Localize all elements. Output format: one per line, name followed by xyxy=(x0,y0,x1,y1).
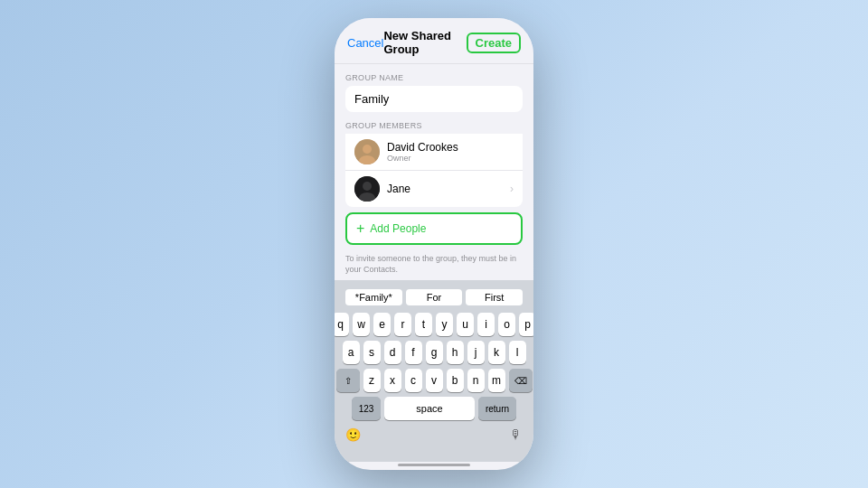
key-k[interactable]: k xyxy=(488,341,505,364)
key-g[interactable]: g xyxy=(426,341,443,364)
david-name: David Crookes xyxy=(387,141,514,154)
key-u[interactable]: u xyxy=(457,313,474,336)
key-m[interactable]: m xyxy=(488,369,505,392)
key-f[interactable]: f xyxy=(405,341,422,364)
invite-note: To invite someone to the group, they mus… xyxy=(335,250,533,280)
key-c[interactable]: c xyxy=(405,369,422,392)
group-members-label: GROUP MEMBERS xyxy=(345,121,523,130)
avatar-jane xyxy=(354,176,380,202)
svg-point-1 xyxy=(363,145,372,154)
key-row-3: ⇧ z x c v b n m ⌫ xyxy=(338,369,530,392)
key-j[interactable]: j xyxy=(467,341,485,364)
key-row-2: a s d f g h j k l xyxy=(338,341,530,364)
add-people-label: Add People xyxy=(370,222,426,235)
key-r[interactable]: r xyxy=(394,313,411,336)
cancel-button[interactable]: Cancel xyxy=(347,36,383,50)
avatar-david xyxy=(354,139,380,164)
emoji-icon[interactable]: 🙂 xyxy=(345,427,361,442)
key-n[interactable]: n xyxy=(467,369,485,392)
key-q[interactable]: q xyxy=(335,313,349,336)
top-bar: Cancel New Shared Group Create xyxy=(335,18,533,64)
add-people-button[interactable]: + Add People xyxy=(345,212,523,245)
keyboard-suggestions: *Family* For First xyxy=(338,286,530,309)
key-h[interactable]: h xyxy=(447,341,464,364)
space-key[interactable]: space xyxy=(384,397,475,420)
form-area: GROUP NAME Family GROUP MEMBERS David Cr… xyxy=(335,64,533,250)
member-row-david: David Crookes Owner xyxy=(345,134,523,170)
key-l[interactable]: l xyxy=(509,341,526,364)
keyboard-area: *Family* For First q w e r t y u i o p a xyxy=(335,280,533,462)
group-name-input[interactable]: Family xyxy=(345,86,523,112)
home-indicator xyxy=(398,464,470,466)
jane-name: Jane xyxy=(387,183,510,195)
bottom-row: 123 space return xyxy=(338,397,530,420)
key-s[interactable]: s xyxy=(363,341,381,364)
chevron-icon: › xyxy=(510,183,514,195)
plus-icon: + xyxy=(356,221,364,237)
delete-key[interactable]: ⌫ xyxy=(509,369,533,392)
key-p[interactable]: p xyxy=(519,313,533,336)
create-button[interactable]: Create xyxy=(467,33,521,53)
key-e[interactable]: e xyxy=(373,313,391,336)
key-w[interactable]: w xyxy=(353,313,370,336)
key-d[interactable]: d xyxy=(384,341,401,364)
member-row-jane[interactable]: Jane › xyxy=(345,170,523,207)
jane-info: Jane xyxy=(387,183,510,195)
key-o[interactable]: o xyxy=(498,313,515,336)
key-t[interactable]: t xyxy=(415,313,432,336)
keyboard-rows: q w e r t y u i o p a s d f g h j k xyxy=(338,313,530,392)
key-i[interactable]: i xyxy=(477,313,495,336)
svg-point-4 xyxy=(363,182,372,191)
suggestion-for[interactable]: For xyxy=(406,289,463,305)
key-z[interactable]: z xyxy=(363,369,381,392)
key-x[interactable]: x xyxy=(384,369,401,392)
david-role: Owner xyxy=(387,154,514,163)
key-row-1: q w e r t y u i o p xyxy=(338,313,530,336)
phone-container: Cancel New Shared Group Create GROUP NAM… xyxy=(335,18,533,470)
bottom-accessories: 🙂 🎙 xyxy=(338,424,530,446)
david-info: David Crookes Owner xyxy=(387,141,514,163)
members-section: GROUP MEMBERS David Crookes Owner xyxy=(345,121,523,207)
page-title: New Shared Group xyxy=(383,29,466,56)
numbers-key[interactable]: 123 xyxy=(352,397,381,420)
group-name-label: GROUP NAME xyxy=(345,73,523,82)
key-b[interactable]: b xyxy=(447,369,464,392)
suggestion-first[interactable]: First xyxy=(466,289,523,305)
key-y[interactable]: y xyxy=(436,313,453,336)
return-key[interactable]: return xyxy=(478,397,516,420)
shift-key[interactable]: ⇧ xyxy=(336,369,360,392)
suggestion-family[interactable]: *Family* xyxy=(345,289,402,305)
key-a[interactable]: a xyxy=(343,341,360,364)
key-v[interactable]: v xyxy=(426,369,443,392)
microphone-icon[interactable]: 🎙 xyxy=(510,427,523,442)
